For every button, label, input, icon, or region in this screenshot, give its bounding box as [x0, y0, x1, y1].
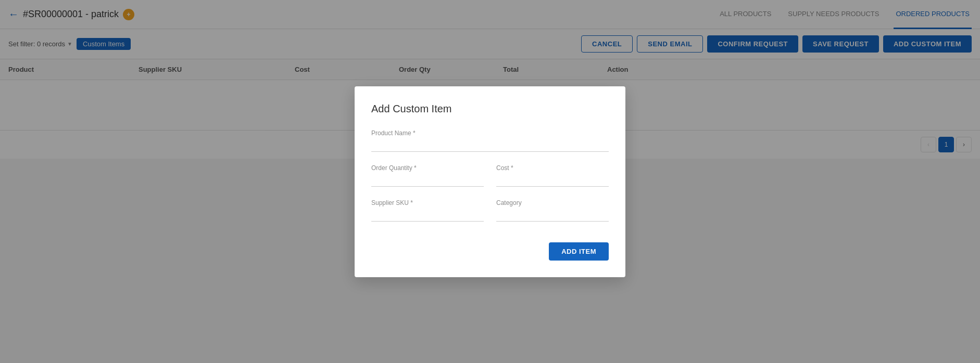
- modal-title: Add Custom Item: [371, 103, 609, 115]
- product-name-label: Product Name *: [371, 129, 609, 137]
- product-name-field: Product Name *: [371, 129, 609, 152]
- product-name-input[interactable]: [371, 139, 609, 152]
- add-custom-item-modal: Add Custom Item Product Name * Order Qua…: [355, 86, 625, 159]
- modal-overlay: Add Custom Item Product Name * Order Qua…: [0, 0, 980, 159]
